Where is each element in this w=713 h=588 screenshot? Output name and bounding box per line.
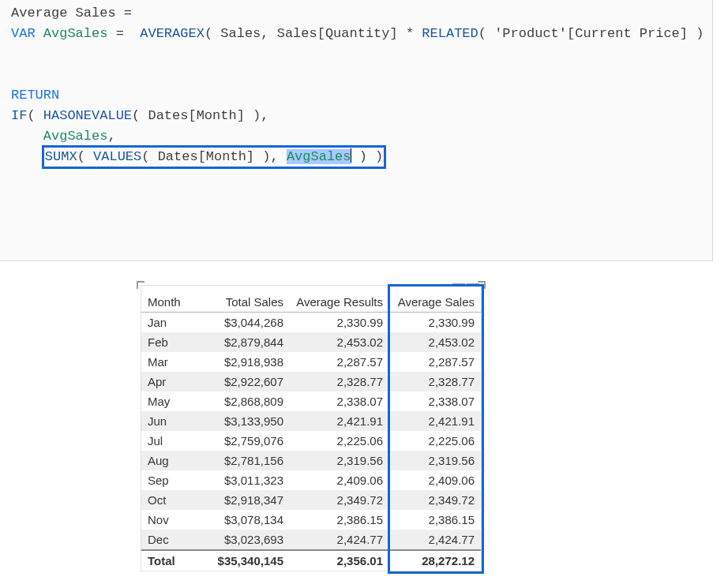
dates-month1: Dates[Month] xyxy=(148,108,244,123)
table-row: Jul$2,759,0762,225.062,225.06 xyxy=(141,431,481,451)
hasonevalue-fn: HASONEVALUE xyxy=(43,108,132,123)
table-row: May$2,868,8092,338.072,338.07 xyxy=(141,391,481,411)
table-row: Dec$3,023,6932,424.772,424.77 xyxy=(141,530,481,550)
var-keyword: VAR xyxy=(11,26,36,41)
cell-total-sales: $3,011,323 xyxy=(190,470,290,490)
cell-total-sales: $2,918,347 xyxy=(190,490,290,510)
resize-handle-tl[interactable] xyxy=(137,281,144,289)
sales-table: Sales xyxy=(220,26,261,41)
data-table: Month Total Sales Average Results Averag… xyxy=(141,286,481,571)
cell-average-sales: 2,409.06 xyxy=(389,470,481,490)
cell-average-sales: 2,225.06 xyxy=(389,431,481,451)
cell-average-sales: 2,328.77 xyxy=(389,372,481,391)
cell-total-sales: $3,044,268 xyxy=(190,313,290,333)
cell-total-sales: $3,023,693 xyxy=(190,530,290,550)
cell-month: Apr xyxy=(141,372,190,391)
table-total-row: Total$35,340,1452,356.0128,272.12 xyxy=(141,550,481,571)
cell-average-sales: 2,424.77 xyxy=(389,530,481,550)
cell-total-label: Total xyxy=(141,550,190,571)
table-visual[interactable]: ―― Month Total Sales Average Results Ave… xyxy=(141,285,482,571)
col-header-total-sales[interactable]: Total Sales xyxy=(190,286,290,313)
dax-formula-editor[interactable]: Average Sales = VAR AvgSales = AVERAGEX(… xyxy=(0,0,713,260)
cell-average-results: 2,338.07 xyxy=(290,391,389,411)
cell-total-sales: $2,759,076 xyxy=(190,431,290,451)
cell-total-average-sales: 28,272.12 xyxy=(389,550,481,571)
cell-month: Oct xyxy=(141,490,190,510)
product-price: 'Product'[Current Price] xyxy=(494,26,688,41)
cell-average-sales: 2,349.72 xyxy=(389,490,481,510)
col-header-average-results[interactable]: Average Results xyxy=(290,286,389,313)
cell-month: Aug xyxy=(141,451,190,470)
var-use2-selected: AvgSales xyxy=(287,149,351,164)
cell-total-sales: $2,879,844 xyxy=(190,332,290,352)
cell-total-average-results: 2,356.01 xyxy=(290,550,389,571)
dates-month2: Dates[Month] xyxy=(158,149,254,164)
cell-average-results: 2,319.56 xyxy=(290,451,389,470)
measure-name: Average Sales xyxy=(11,6,116,21)
table-row: Feb$2,879,8442,453.022,453.02 xyxy=(141,332,481,352)
cell-average-results: 2,225.06 xyxy=(290,431,389,451)
cell-average-sales: 2,338.07 xyxy=(389,391,481,411)
table-row: Mar$2,918,9382,287.572,287.57 xyxy=(141,352,481,372)
values-fn: VALUES xyxy=(93,149,141,164)
if-fn: IF xyxy=(11,108,27,123)
cell-month: Mar xyxy=(141,352,190,372)
cell-average-results: 2,409.06 xyxy=(290,470,389,490)
cell-average-results: 2,287.57 xyxy=(290,352,389,372)
cell-average-sales: 2,453.02 xyxy=(389,332,481,352)
cell-total-sales: $3,133,950 xyxy=(190,411,290,431)
cell-average-sales: 2,287.57 xyxy=(389,352,481,372)
table-header-row: Month Total Sales Average Results Averag… xyxy=(141,286,481,313)
var-use1: AvgSales xyxy=(43,129,108,144)
grip-icon[interactable]: ―― xyxy=(452,276,481,290)
cell-average-sales: 2,386.15 xyxy=(389,510,481,530)
table-row: Aug$2,781,1562,319.562,319.56 xyxy=(141,451,481,470)
cell-average-sales: 2,319.56 xyxy=(389,451,481,470)
table-row: Oct$2,918,3472,349.722,349.72 xyxy=(141,490,481,510)
dax-formula-text[interactable]: Average Sales = VAR AvgSales = AVERAGEX(… xyxy=(11,3,701,167)
cell-total-total-sales: $35,340,145 xyxy=(190,550,290,571)
cell-average-results: 2,421.91 xyxy=(290,411,389,431)
cell-average-results: 2,424.77 xyxy=(290,530,389,550)
averagex-fn: AVERAGEX xyxy=(140,26,205,41)
sumx-fn: SUMX xyxy=(45,149,77,164)
return-keyword: RETURN xyxy=(11,88,59,103)
cell-average-results: 2,453.02 xyxy=(290,332,389,352)
cell-month: Nov xyxy=(141,510,190,530)
related-fn: RELATED xyxy=(422,26,478,41)
cell-month: Feb xyxy=(141,332,190,352)
report-canvas[interactable]: ―― Month Total Sales Average Results Ave… xyxy=(0,261,713,571)
table-row: Sep$3,011,3232,409.062,409.06 xyxy=(141,470,481,490)
cell-month: Jul xyxy=(141,431,190,451)
cell-month: May xyxy=(141,391,190,411)
cell-month: Jan xyxy=(141,313,190,333)
text-cursor xyxy=(351,148,351,163)
var-name1: AvgSales xyxy=(43,26,108,41)
cell-average-sales: 2,421.91 xyxy=(389,411,481,431)
cell-average-results: 2,386.15 xyxy=(290,510,389,530)
sales-qty: Sales[Quantity] xyxy=(277,26,398,41)
highlighted-expression: SUMX( VALUES( Dates[Month] ), AvgSales )… xyxy=(43,147,385,167)
cell-average-results: 2,330.99 xyxy=(290,313,389,333)
table-row: Nov$3,078,1342,386.152,386.15 xyxy=(141,510,481,530)
table-row: Jun$3,133,9502,421.912,421.91 xyxy=(141,411,481,431)
cell-total-sales: $3,078,134 xyxy=(190,510,290,530)
cell-average-results: 2,328.77 xyxy=(290,372,389,391)
col-header-month[interactable]: Month xyxy=(141,286,190,313)
table-row: Jan$3,044,2682,330.992,330.99 xyxy=(141,313,481,333)
cell-month: Jun xyxy=(141,411,190,431)
cell-total-sales: $2,781,156 xyxy=(190,451,290,470)
table-row: Apr$2,922,6072,328.772,328.77 xyxy=(141,372,481,391)
cell-month: Dec xyxy=(141,530,190,550)
cell-total-sales: $2,918,938 xyxy=(190,352,290,372)
cell-average-results: 2,349.72 xyxy=(290,490,389,510)
cell-total-sales: $2,922,607 xyxy=(190,372,290,391)
cell-average-sales: 2,330.99 xyxy=(389,313,481,333)
cell-total-sales: $2,868,809 xyxy=(190,391,290,411)
cell-month: Sep xyxy=(141,470,190,490)
